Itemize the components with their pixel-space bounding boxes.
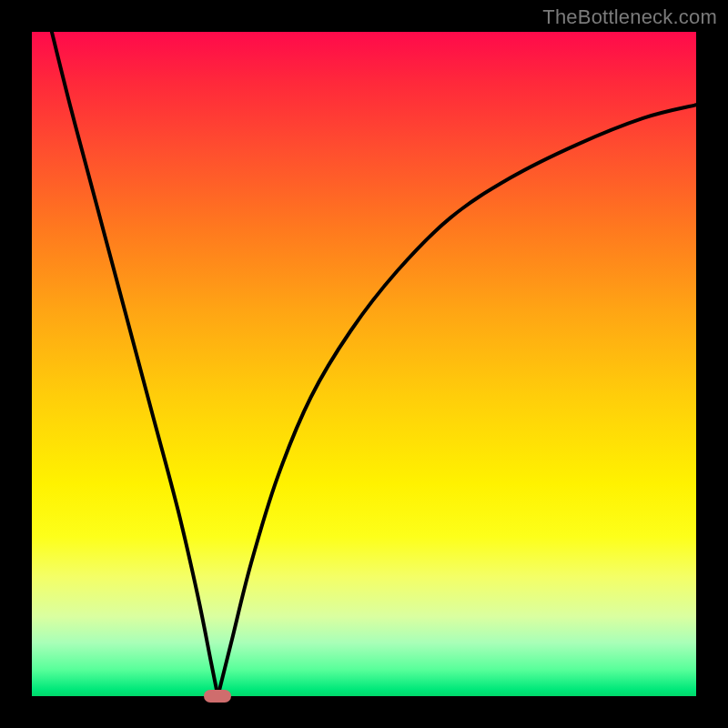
curve-right-branch — [217, 105, 696, 696]
plot-area — [32, 32, 696, 696]
chart-frame: TheBottleneck.com — [0, 0, 728, 728]
curve-layer — [32, 32, 696, 696]
curve-left-branch — [52, 32, 218, 696]
watermark-text: TheBottleneck.com — [542, 5, 717, 29]
minimum-marker — [204, 690, 231, 703]
